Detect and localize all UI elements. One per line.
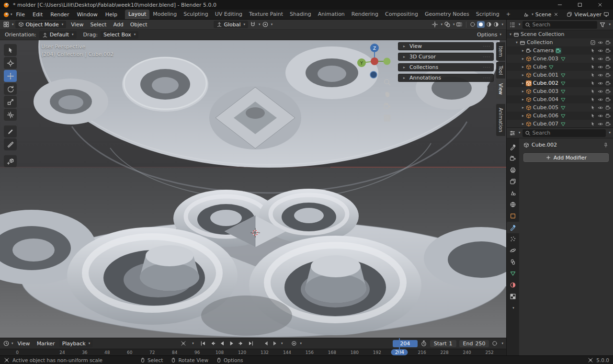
minimize-button[interactable]: [550, 0, 570, 10]
tool-select-box-button[interactable]: [4, 44, 17, 56]
tool-transform-button[interactable]: [4, 109, 17, 121]
disable-render-camera-icon[interactable]: [605, 89, 611, 94]
properties-tab-object[interactable]: [507, 210, 519, 222]
pin-icon[interactable]: [603, 142, 609, 148]
play-reverse-button[interactable]: [217, 340, 227, 347]
hide-viewport-eye-icon[interactable]: [598, 113, 603, 119]
outliner-row-cube-002[interactable]: ▸Cube.002: [507, 79, 613, 87]
workspace-tab-scripting[interactable]: Scripting: [473, 10, 503, 19]
properties-tab-texture[interactable]: [507, 291, 519, 302]
selectable-icon[interactable]: [590, 121, 596, 127]
shading-rendered-icon[interactable]: [493, 22, 499, 27]
tool-rotate-button[interactable]: [4, 83, 17, 95]
hide-viewport-eye-icon[interactable]: [598, 56, 603, 62]
tab-strip-overflow-chevron[interactable]: ▾: [507, 302, 519, 314]
workspace-tab-rendering[interactable]: Rendering: [348, 10, 382, 19]
shading-solid-button[interactable]: [477, 21, 485, 28]
add-modifier-button[interactable]: Add Modifier: [523, 153, 609, 162]
end-frame-field[interactable]: End250: [459, 340, 489, 347]
npanel-tab-tool[interactable]: Tool: [496, 62, 505, 79]
properties-tab-modifiers[interactable]: [507, 222, 519, 233]
maximize-button[interactable]: [570, 0, 590, 10]
properties-tab-render[interactable]: [507, 153, 519, 164]
tool-add-cube-button[interactable]: [4, 155, 17, 167]
hide-viewport-eye-icon[interactable]: [598, 48, 603, 54]
properties-tab-data[interactable]: [507, 268, 519, 279]
properties-search-input[interactable]: Search: [522, 129, 606, 137]
tool-annotate-button[interactable]: [4, 125, 17, 137]
selectable-icon[interactable]: [590, 113, 596, 119]
prev-keyframe-button[interactable]: [208, 340, 217, 347]
outliner-row-cube-007[interactable]: ▸Cube.007: [507, 120, 613, 127]
tool-cursor-button[interactable]: [4, 57, 17, 69]
disable-render-camera-icon[interactable]: [605, 40, 611, 46]
show-gizmo-icon[interactable]: [431, 21, 438, 28]
start-frame-field[interactable]: Start1: [430, 340, 456, 347]
expand-toggle-icon[interactable]: ▸: [520, 97, 526, 102]
jump-end-button[interactable]: [246, 340, 255, 347]
filter-icon[interactable]: [599, 22, 606, 28]
expand-toggle-icon[interactable]: ▸: [520, 73, 526, 77]
outliner-row-camera[interactable]: ▸Camera: [507, 46, 613, 55]
properties-tab-particles[interactable]: [507, 233, 519, 245]
drag-grip-icon[interactable]: ····: [483, 65, 490, 70]
timeline-menu-view[interactable]: View: [14, 341, 34, 347]
close-button[interactable]: [590, 0, 610, 10]
disable-render-camera-icon[interactable]: [605, 72, 611, 78]
jump-start-button[interactable]: [198, 340, 207, 347]
mode-dropdown[interactable]: Object Mode▾: [15, 21, 67, 28]
viewport-menu-select[interactable]: Select: [87, 22, 110, 28]
drag-grip-icon[interactable]: ····: [483, 55, 490, 59]
perspective-toggle-icon[interactable]: [383, 114, 391, 122]
playhead-line[interactable]: [399, 338, 400, 356]
expand-toggle-icon[interactable]: ▸: [520, 122, 526, 126]
menu-edit[interactable]: Edit: [29, 10, 46, 19]
timeline-menu-marker[interactable]: Marker: [34, 341, 58, 347]
expand-toggle-icon[interactable]: ▸: [520, 57, 526, 61]
npanel-section-collections[interactable]: ▸Collections····: [398, 63, 494, 71]
next-keyframe-button[interactable]: [237, 340, 246, 347]
new-viewlayer-icon[interactable]: [603, 11, 609, 17]
outliner-editor-type-icon[interactable]: [509, 22, 516, 28]
disable-render-camera-icon[interactable]: [605, 64, 611, 70]
workspace-tab-shading[interactable]: Shading: [286, 10, 315, 19]
scene-icon[interactable]: [523, 11, 529, 17]
viewport-menu-add[interactable]: Add: [110, 22, 126, 28]
outliner-row-cube-004[interactable]: ▸Cube.004: [507, 95, 613, 103]
disable-render-camera-icon[interactable]: [605, 97, 611, 102]
hide-viewport-eye-icon[interactable]: [598, 64, 603, 70]
workspace-tab-layout[interactable]: Layout: [125, 10, 149, 19]
zoom-icon[interactable]: [383, 78, 391, 86]
disable-render-camera-icon[interactable]: [605, 56, 611, 62]
properties-tab-scene[interactable]: [507, 187, 519, 199]
expand-toggle-icon[interactable]: ▸: [520, 89, 526, 93]
auto-keyframe-button[interactable]: [289, 340, 298, 347]
proportional-editing-icon[interactable]: [262, 21, 269, 28]
workspace-tab-modeling[interactable]: Modeling: [149, 10, 180, 19]
blender-menu-icon[interactable]: [3, 11, 10, 18]
workspace-tab-sculpting[interactable]: Sculpting: [180, 10, 211, 19]
unlink-scene-icon[interactable]: [553, 11, 559, 17]
properties-tab-material[interactable]: [507, 279, 519, 291]
workspace-tab-animation[interactable]: Animation: [315, 10, 348, 19]
outliner-search-input[interactable]: Search: [522, 21, 598, 29]
menu-render[interactable]: Render: [46, 10, 73, 19]
outliner-row-cube[interactable]: ▸Cube: [507, 63, 613, 71]
current-frame-field[interactable]: 204: [393, 340, 418, 347]
selectable-icon[interactable]: [590, 72, 596, 78]
npanel-tab-view[interactable]: View: [496, 80, 505, 99]
expand-toggle-icon[interactable]: ▸: [520, 114, 526, 118]
outliner-row-cube-006[interactable]: ▸Cube.006: [507, 112, 613, 120]
npanel-section-view[interactable]: ▸View····: [398, 42, 494, 50]
selectable-icon[interactable]: [590, 56, 596, 62]
tool-scale-button[interactable]: [4, 96, 17, 108]
orientation-default-dropdown[interactable]: Default▾: [39, 31, 77, 39]
exclude-checkbox-icon[interactable]: [590, 40, 596, 46]
step-back-button[interactable]: [261, 340, 270, 347]
properties-tab-view-layer[interactable]: [507, 176, 519, 187]
hide-viewport-eye-icon[interactable]: [598, 72, 603, 78]
keying-set-icon[interactable]: [492, 341, 498, 346]
disable-render-camera-icon[interactable]: [605, 80, 611, 86]
drag-grip-icon[interactable]: ····: [483, 44, 490, 49]
outliner-row-cube-005[interactable]: ▸Cube.005: [507, 103, 613, 112]
